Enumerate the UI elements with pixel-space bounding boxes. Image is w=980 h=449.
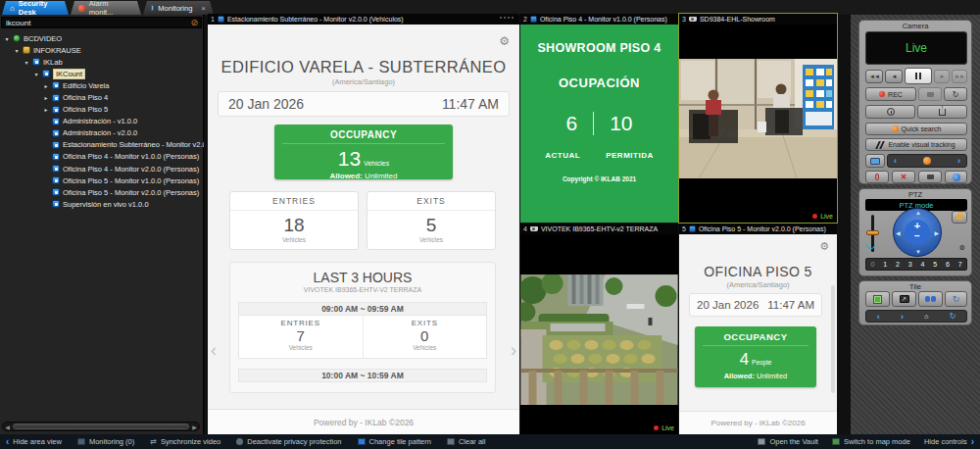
pan-up-icon[interactable]: ▲ — [915, 210, 921, 216]
privacy-protection-button[interactable]: Deactivate privacy protection — [236, 437, 341, 446]
tile-1-estacionamiento[interactable]: 1 Estacionamiento Subterráneo - Monitor … — [208, 14, 519, 434]
save-snapshot-button[interactable] — [918, 171, 942, 183]
ptz-dpad[interactable]: ▲ ▼ ◀ ▶ + − — [893, 208, 942, 257]
tree-item-oficina-piso-4[interactable]: ▸Oficina Piso 4 — [0, 91, 204, 103]
refresh-tile-button[interactable]: ↻ — [945, 291, 967, 307]
expander-icon[interactable]: ▸ — [43, 106, 49, 113]
jump-forward-button[interactable]: ►► — [952, 70, 967, 83]
page-right-icon[interactable]: › — [511, 340, 516, 361]
change-tile-pattern-button[interactable]: Change tile pattern — [358, 437, 431, 446]
expander-icon[interactable]: ▾ — [33, 71, 39, 77]
pan-right-icon[interactable]: ▶ — [934, 229, 939, 236]
scroll-thumb[interactable] — [13, 424, 189, 429]
tree-item-oficina-piso-5[interactable]: ▸Oficina Piso 5 — [0, 104, 204, 116]
tile-3-camera-showroom[interactable]: 3 SD9384-EHL-Showroom — [679, 14, 837, 223]
preset-5[interactable]: 5 — [933, 261, 937, 268]
page-left-icon[interactable]: ‹ — [211, 340, 217, 361]
monitor-select-button[interactable] — [865, 154, 885, 168]
record-button[interactable]: REC — [865, 87, 916, 101]
expander-icon[interactable]: ▾ — [4, 35, 10, 42]
listen-button[interactable] — [865, 171, 889, 183]
stream-info-button[interactable] — [945, 171, 967, 183]
loop-playback-button[interactable]: ↻ — [944, 87, 967, 101]
open-vault-button[interactable]: Open the Vault — [758, 437, 817, 446]
cycle-tiles-icon[interactable]: ↻ — [950, 312, 956, 321]
clear-all-button[interactable]: Clear all — [447, 437, 486, 446]
preset-7[interactable]: 7 — [958, 261, 962, 268]
go-to-time-button[interactable] — [865, 105, 915, 119]
pan-left-icon[interactable]: ◀ — [896, 229, 901, 236]
export-button[interactable] — [917, 105, 967, 119]
tree-item-op5-monitor-v2[interactable]: Oficina Piso 5 - Monitor v2.0.0 (Persona… — [0, 186, 204, 198]
preset-3[interactable]: 3 — [908, 261, 912, 268]
previous-camera-icon[interactable]: ‹ — [894, 156, 897, 166]
tile-5-oficina-piso5[interactable]: 5 Oficina Piso 5 - Monitor v2.0.0 (Perso… — [679, 224, 837, 434]
search-input[interactable] — [2, 18, 190, 27]
pan-down-icon[interactable]: ▼ — [915, 249, 921, 255]
preset-1[interactable]: 1 — [883, 261, 887, 268]
rewind-button[interactable]: ◄ — [885, 70, 903, 83]
send-to-monitor-button[interactable]: ↗ — [892, 291, 916, 307]
jump-back-button[interactable]: ◄◄ — [865, 70, 883, 83]
monitoring-events-button[interactable]: Monitoring (0) — [77, 437, 134, 446]
gear-icon[interactable]: ⚙ — [819, 240, 829, 253]
lock-tile-icon[interactable]: ⌂ — [924, 313, 928, 320]
preset-2[interactable]: 2 — [896, 261, 900, 268]
tree-item-infokrause[interactable]: ▾INFOKRAUSE — [0, 44, 204, 56]
tree-item-administracion-v1[interactable]: Administración - v1.0.0 — [0, 116, 204, 127]
map-mode-button[interactable]: Switch to map mode — [832, 437, 910, 446]
tree-item-ikcount[interactable]: ▾IKCount — [0, 68, 204, 79]
tile-2-showroom-piso4[interactable]: 2 Oficina Piso 4 - Monitor v1.0.0 (Perso… — [520, 14, 678, 223]
tree-item-administracion-v2[interactable]: Administración - v2.0.0 — [0, 127, 204, 139]
synchronize-video-button[interactable]: ⇄ Synchronize video — [150, 437, 220, 446]
vertical-scrollbar[interactable] — [831, 285, 835, 393]
tree-item-estacionamiento-monitor[interactable]: Estacionamiento Subterráneo - Monitor v2… — [0, 139, 204, 151]
tab-alarm-monitoring[interactable]: Alarm monit... — [71, 1, 141, 15]
expander-icon[interactable]: ▾ — [14, 47, 20, 54]
expander-icon[interactable]: ▾ — [24, 59, 29, 66]
ptz-lock-button[interactable] — [952, 211, 967, 224]
chevron-right-icon: › — [971, 436, 974, 447]
tree-item-edificio-varela[interactable]: ▸Edificio Varela — [0, 79, 204, 91]
tree-item-iklab[interactable]: ▾IKLab — [0, 56, 204, 68]
tab-monitoring[interactable]: Monitoring × — [143, 1, 214, 15]
drag-handle-icon[interactable] — [500, 17, 514, 19]
zoom-control[interactable]: + − — [905, 220, 930, 245]
preset-6[interactable]: 6 — [946, 261, 950, 268]
zoom-out-icon[interactable]: − — [905, 232, 930, 240]
maximize-tile-button[interactable] — [865, 291, 890, 307]
tree-item-op4-monitor-v1[interactable]: Oficina Piso 4 - Monitor v1.0.0 (Persona… — [0, 151, 204, 163]
tree-item-supervision-en-vivo[interactable]: Supervisión en vivo v1.0.0 — [0, 198, 204, 210]
tree-item-op5-monitor-v1[interactable]: Oficina Piso 5 - Monitor v1.0.0 (Persona… — [0, 175, 204, 186]
zoom-slider-handle[interactable] — [866, 230, 879, 235]
pause-button[interactable] — [905, 68, 932, 84]
preset-4[interactable]: 4 — [920, 261, 924, 268]
tree-item-bcdvideo[interactable]: ▾BCDVIDEO — [0, 32, 204, 44]
gear-icon[interactable]: ⚙ — [499, 34, 510, 48]
quick-search-button[interactable]: Quick search — [865, 123, 967, 135]
start-tracking-button[interactable] — [918, 291, 943, 307]
tree-item-op4-monitor-v2[interactable]: Oficina Piso 4 - Monitor v2.0.0 (Persona… — [0, 163, 204, 175]
snapshot-button[interactable] — [918, 87, 942, 101]
next-camera-icon[interactable]: › — [957, 156, 960, 166]
horizontal-scrollbar[interactable]: ◀ ▶ — [2, 422, 200, 431]
tab-security-desk[interactable]: ⌂ Security Desk — [2, 1, 69, 15]
close-icon[interactable]: × — [201, 4, 206, 13]
monitoring-label: Monitoring (0) — [89, 437, 134, 446]
scroll-left-icon[interactable]: ◀ — [3, 424, 12, 430]
fast-forward-button[interactable]: ► — [934, 70, 950, 83]
preset-0[interactable]: 0 — [870, 261, 874, 268]
hide-controls-button[interactable]: Hide controls › — [924, 436, 974, 447]
expander-icon[interactable]: ▸ — [43, 94, 49, 101]
previous-tile-icon[interactable]: ‹ — [877, 312, 880, 322]
tile-4-camera-terraza[interactable]: 4 VIVOTEK IB9365-EHTV-v2 TERRAZA — [520, 224, 678, 434]
remove-button[interactable]: ✕ — [892, 171, 915, 183]
scroll-right-icon[interactable]: ▶ — [190, 424, 199, 430]
camera-cycle-icon[interactable] — [923, 157, 931, 165]
clear-search-icon[interactable]: ⊘ — [190, 19, 198, 27]
expander-icon[interactable]: ▸ — [43, 82, 49, 89]
next-tile-icon[interactable]: › — [901, 312, 904, 322]
visual-tracking-button[interactable]: Enable visual tracking — [865, 138, 967, 151]
hide-area-view-button[interactable]: ‹ Hide area view — [6, 436, 62, 447]
advanced-ptz-icon[interactable]: ⚙ — [959, 244, 965, 252]
